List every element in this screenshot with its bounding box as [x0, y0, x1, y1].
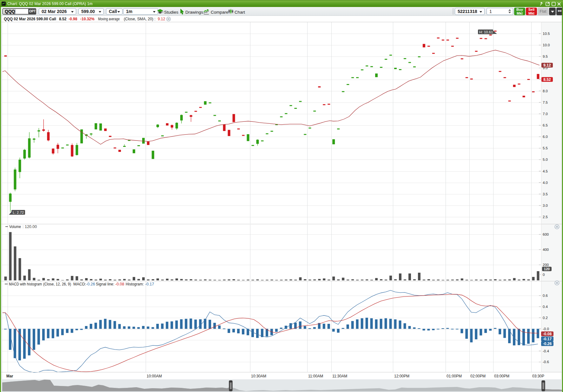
svg-text:3.5: 3.5 — [543, 192, 548, 196]
svg-text:-0.08: -0.08 — [543, 332, 552, 336]
svg-text:0.6: 0.6 — [543, 294, 548, 297]
svg-text:8.52: 8.52 — [543, 77, 551, 82]
svg-text:4.0: 4.0 — [543, 181, 548, 185]
svg-text:10.5: 10.5 — [543, 32, 550, 36]
svg-text:5.0: 5.0 — [543, 158, 548, 161]
svg-text:Signal line:: Signal line: — [96, 282, 114, 286]
svg-text:12:00PM: 12:00PM — [394, 374, 409, 378]
svg-text:MACD with histogram: MACD with histogram — [9, 282, 42, 286]
svg-text:11:00AM: 11:00AM — [308, 374, 323, 378]
svg-text:6.0: 6.0 — [543, 135, 548, 139]
svg-text:7.0: 7.0 — [543, 112, 548, 116]
svg-text:-0.08: -0.08 — [115, 282, 124, 286]
svg-text:11:30AM: 11:30AM — [332, 374, 347, 378]
svg-text:0.2: 0.2 — [543, 316, 548, 320]
svg-text:-0.26: -0.26 — [543, 342, 552, 346]
svg-text:0: 0 — [543, 273, 545, 277]
svg-text:-0.17: -0.17 — [145, 282, 154, 286]
svg-text:-0.4: -0.4 — [543, 349, 549, 353]
svg-text:Volume: Volume — [9, 225, 21, 229]
svg-text:9.12: 9.12 — [158, 17, 165, 21]
svg-text:01:00PM: 01:00PM — [447, 374, 462, 378]
svg-text:200: 200 — [543, 263, 549, 267]
svg-text:02:00PM: 02:00PM — [470, 374, 486, 378]
svg-text:-0.98: -0.98 — [69, 17, 77, 21]
svg-text:: 120.00: : 120.00 — [23, 225, 37, 229]
svg-text:10:30AM: 10:30AM — [251, 374, 266, 378]
svg-text:(Close, 12, 26, 9): (Close, 12, 26, 9) — [43, 282, 71, 286]
svg-text:3.0: 3.0 — [543, 204, 548, 207]
svg-text:0.4: 0.4 — [543, 305, 548, 309]
svg-text:10:00AM: 10:00AM — [147, 374, 162, 378]
svg-text:L: 2.72: L: 2.72 — [13, 211, 24, 214]
svg-text:Histogram:: Histogram: — [126, 282, 144, 286]
svg-text:Mar: Mar — [6, 374, 13, 378]
svg-text:Moving average: Moving average — [98, 17, 120, 21]
svg-text:5.5: 5.5 — [543, 146, 548, 150]
svg-text:-10.32%: -10.32% — [80, 17, 95, 21]
svg-text:8.52: 8.52 — [59, 17, 67, 21]
svg-text:10.0: 10.0 — [543, 43, 550, 47]
svg-text:-0.17: -0.17 — [543, 337, 552, 341]
svg-text:-0.6: -0.6 — [543, 360, 549, 364]
svg-text:MACD:: MACD: — [73, 282, 86, 286]
svg-text:-0.26: -0.26 — [86, 282, 95, 286]
svg-text:9.5: 9.5 — [543, 55, 548, 58]
svg-text:03:00PM: 03:00PM — [494, 374, 509, 378]
svg-text:120: 120 — [544, 267, 550, 271]
svg-text:03:30P: 03:30P — [532, 374, 544, 378]
svg-text:8.0: 8.0 — [543, 89, 548, 93]
svg-text:6.5: 6.5 — [543, 123, 548, 127]
svg-text:H: 10.61: H: 10.61 — [479, 30, 493, 34]
svg-text:2.5: 2.5 — [543, 215, 548, 219]
svg-text:QQQ 02 Mar 2026 599.00 Call: QQQ 02 Mar 2026 599.00 Call — [4, 17, 56, 21]
svg-text:400: 400 — [543, 248, 549, 252]
svg-text:-0.0: -0.0 — [543, 327, 549, 331]
svg-text:600: 600 — [543, 232, 549, 236]
svg-text:7.5: 7.5 — [543, 101, 548, 104]
svg-text:4.5: 4.5 — [543, 169, 548, 173]
svg-text:9.12: 9.12 — [543, 63, 551, 68]
svg-text:(Close, SMA, 20) :: (Close, SMA, 20) : — [124, 17, 156, 21]
